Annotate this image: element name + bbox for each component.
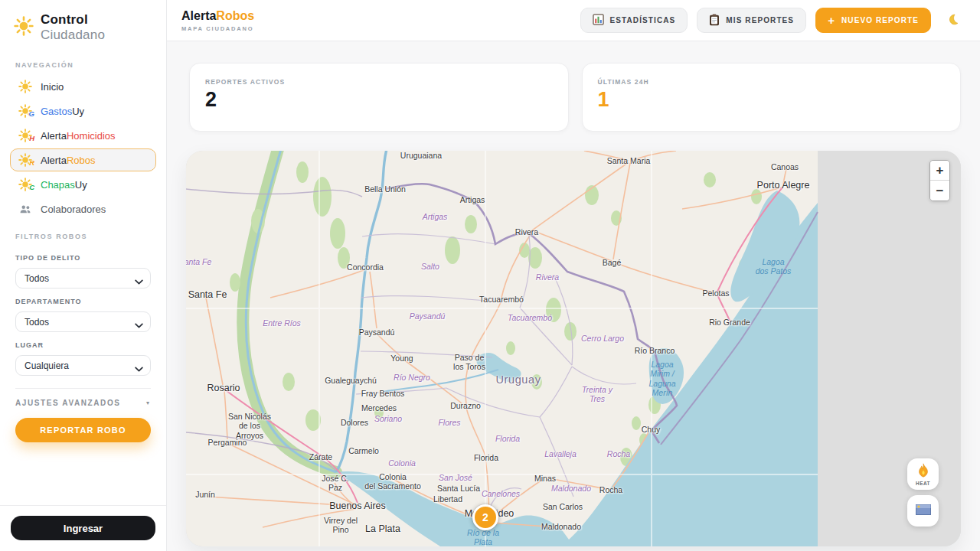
people-icon (18, 202, 32, 216)
zoom-control: + − (929, 160, 950, 201)
stat-value: 2 (205, 88, 553, 112)
stat-label: ÚLTIMAS 24H (598, 78, 946, 86)
sun-icon (18, 80, 32, 93)
plus-icon: + (828, 15, 835, 26)
sidebar-item-inicio[interactable]: Inicio (10, 75, 156, 98)
departamento-select[interactable]: Todos (15, 311, 151, 332)
filters-section-label: FILTROS ROBOS (15, 233, 151, 240)
advanced-settings-toggle[interactable]: AJUSTES AVANZADOS ▾ (15, 399, 149, 407)
advanced-settings-label: AJUSTES AVANZADOS (15, 399, 121, 407)
filter-list: TIPO DE DELITOTodosDEPARTAMENTOTodosLUGA… (0, 245, 166, 376)
new-report-button-label: NUEVO REPORTE (841, 16, 919, 24)
select-value: Todos (24, 317, 49, 328)
chevron-down-icon: ▾ (146, 399, 149, 406)
chevron-down-icon (135, 364, 143, 374)
sidebar-item-chapas-uy[interactable]: CChapasUy (10, 173, 156, 196)
filter-label: DEPARTAMENTO (15, 298, 151, 305)
sidebar-item-colaboradores[interactable]: Colaboradores (10, 197, 156, 220)
new-report-button[interactable]: + NUEVO REPORTE (815, 8, 931, 33)
tipo-de-delito-select[interactable]: Todos (15, 268, 151, 289)
map[interactable]: UruguaianaSanta MariaCanoasPorto AlegreB… (186, 151, 961, 546)
sidebar-item-gastos-uy[interactable]: GGastosUy (10, 99, 156, 122)
sidebar-item-label: Inicio (41, 81, 64, 93)
page-subtitle: MAPA CIUDADANO (181, 25, 254, 32)
sidebar-item-label: ChapasUy (41, 179, 87, 191)
nav-badge-letter: C (29, 183, 34, 191)
sun-icon: H (18, 129, 32, 142)
clipboard-icon (709, 14, 720, 28)
sun-icon (14, 16, 34, 39)
sidebar-footer: Ingresar (0, 505, 166, 551)
sun-icon: C (18, 178, 32, 191)
theme-toggle-button[interactable] (945, 11, 961, 30)
sidebar-item-label: AlertaHomicidios (41, 130, 116, 142)
stat-label: REPORTES ACTIVOS (205, 78, 553, 86)
filter-label: LUGAR (15, 341, 151, 349)
main-area: AlertaRobos MAPA CIUDADANO ESTADÍSTICAS … (167, 0, 980, 551)
sun-icon: R (18, 153, 32, 167)
sidebar-item-alerta-robos[interactable]: RAlertaRobos (10, 148, 156, 171)
heat-label: HEAT (916, 481, 930, 486)
my-reports-button-label: MIS REPORTES (726, 16, 794, 24)
brand-name: Control Ciudadano (41, 12, 152, 43)
stat-card-0: REPORTES ACTIVOS2 (189, 63, 569, 132)
statistics-button-label: ESTADÍSTICAS (610, 16, 676, 24)
zoom-out-button[interactable]: − (930, 181, 949, 201)
sidebar-item-alerta-homicidios[interactable]: HAlertaHomicidios (10, 124, 156, 147)
select-value: Todos (24, 273, 49, 284)
filter-group-lugar: LUGARCualquiera (15, 341, 151, 376)
nav-badge-letter: R (29, 158, 34, 167)
lugar-select[interactable]: Cualquiera (15, 355, 151, 376)
nav-section-label: NAVEGACIÓN (15, 61, 151, 69)
map-layer-toggle-button[interactable] (907, 495, 939, 527)
sidebar-item-label: AlertaRobos (41, 155, 96, 166)
stat-value: 1 (598, 88, 946, 112)
page-title-block: AlertaRobos MAPA CIUDADANO (181, 9, 254, 32)
stat-card-1: ÚLTIMAS 24H1 (582, 63, 962, 132)
content: REPORTES ACTIVOS2ÚLTIMAS 24H1 (167, 41, 980, 546)
map-canvas[interactable] (186, 151, 961, 546)
app-root: Control Ciudadano NAVEGACIÓN InicioGGast… (0, 0, 980, 551)
nav-badge-letter: G (29, 109, 34, 118)
filter-group-tipo-de-delito: TIPO DE DELITOTodos (15, 254, 151, 289)
page-title: AlertaRobos (181, 9, 254, 23)
statistics-button[interactable]: ESTADÍSTICAS (580, 8, 688, 33)
bar-chart-icon (593, 14, 604, 27)
sidebar: Control Ciudadano NAVEGACIÓN InicioGGast… (0, 0, 167, 551)
select-value: Cualquiera (24, 360, 69, 371)
filter-label: TIPO DE DELITO (15, 254, 151, 262)
topbar-actions: ESTADÍSTICAS MIS REPORTES + NUEVO REPORT… (580, 8, 961, 33)
fire-icon (917, 463, 929, 480)
heatmap-toggle-button[interactable]: HEAT (907, 458, 939, 490)
sidebar-item-label: GastosUy (41, 106, 84, 117)
my-reports-button[interactable]: MIS REPORTES (697, 8, 806, 33)
report-cluster-marker[interactable]: 2 (472, 504, 498, 530)
topbar: AlertaRobos MAPA CIUDADANO ESTADÍSTICAS … (167, 0, 980, 41)
nav-list: InicioGGastosUyHAlertaHomicidiosRAlertaR… (0, 73, 166, 222)
chevron-down-icon (135, 276, 143, 287)
chevron-down-icon (135, 320, 143, 331)
sidebar-item-label: Colaboradores (41, 204, 106, 215)
login-button[interactable]: Ingresar (11, 516, 155, 540)
flag-icon (916, 504, 931, 517)
app-logo[interactable]: Control Ciudadano (0, 0, 166, 51)
zoom-in-button[interactable]: + (930, 161, 949, 181)
report-robbery-button[interactable]: REPORTAR ROBO (15, 418, 151, 442)
moon-icon (946, 17, 959, 28)
sun-icon: G (18, 104, 32, 118)
sidebar-divider (15, 388, 151, 389)
cluster-count: 2 (482, 511, 488, 523)
nav-badge-letter: H (29, 134, 34, 142)
filter-group-departamento: DEPARTAMENTOTodos (15, 298, 151, 332)
stats-row: REPORTES ACTIVOS2ÚLTIMAS 24H1 (189, 63, 961, 132)
